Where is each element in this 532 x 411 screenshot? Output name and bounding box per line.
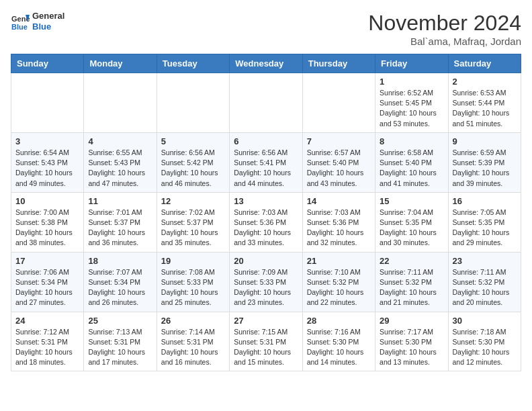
day-number: 2 bbox=[453, 77, 517, 87]
day-number: 30 bbox=[453, 316, 517, 326]
calendar-cell: 6Sunrise: 6:56 AM Sunset: 5:41 PM Daylig… bbox=[230, 132, 302, 192]
day-info: Sunrise: 6:53 AM Sunset: 5:44 PM Dayligh… bbox=[453, 88, 517, 129]
day-info: Sunrise: 7:05 AM Sunset: 5:35 PM Dayligh… bbox=[453, 208, 517, 248]
day-number: 11 bbox=[88, 196, 152, 206]
day-number: 28 bbox=[307, 316, 371, 326]
day-info: Sunrise: 7:12 AM Sunset: 5:31 PM Dayligh… bbox=[15, 327, 79, 368]
day-info: Sunrise: 7:07 AM Sunset: 5:34 PM Dayligh… bbox=[88, 267, 152, 308]
calendar-week-1: 1Sunrise: 6:52 AM Sunset: 5:45 PM Daylig… bbox=[11, 73, 521, 133]
day-number: 9 bbox=[453, 136, 517, 146]
calendar-cell: 21Sunrise: 7:10 AM Sunset: 5:32 PM Dayli… bbox=[302, 252, 375, 312]
logo: General Blue General Blue bbox=[11, 11, 64, 32]
calendar-cell: 11Sunrise: 7:01 AM Sunset: 5:37 PM Dayli… bbox=[84, 192, 157, 252]
calendar-cell: 9Sunrise: 6:59 AM Sunset: 5:39 PM Daylig… bbox=[448, 132, 521, 192]
calendar-cell: 19Sunrise: 7:08 AM Sunset: 5:33 PM Dayli… bbox=[157, 252, 229, 312]
calendar-cell: 4Sunrise: 6:55 AM Sunset: 5:43 PM Daylig… bbox=[84, 132, 157, 192]
day-number: 27 bbox=[234, 316, 298, 326]
day-number: 19 bbox=[161, 256, 225, 266]
calendar-cell bbox=[302, 73, 375, 133]
day-info: Sunrise: 7:08 AM Sunset: 5:33 PM Dayligh… bbox=[161, 267, 225, 308]
page-header: General Blue General Blue November 2024 … bbox=[11, 11, 521, 47]
calendar-cell: 24Sunrise: 7:12 AM Sunset: 5:31 PM Dayli… bbox=[11, 312, 84, 371]
calendar-cell: 10Sunrise: 7:00 AM Sunset: 5:38 PM Dayli… bbox=[11, 192, 84, 252]
day-info: Sunrise: 7:02 AM Sunset: 5:37 PM Dayligh… bbox=[161, 208, 225, 248]
calendar-cell: 30Sunrise: 7:18 AM Sunset: 5:30 PM Dayli… bbox=[448, 312, 521, 371]
day-info: Sunrise: 6:57 AM Sunset: 5:40 PM Dayligh… bbox=[307, 148, 371, 189]
calendar-cell: 7Sunrise: 6:57 AM Sunset: 5:40 PM Daylig… bbox=[302, 132, 375, 192]
weekday-header-monday: Monday bbox=[84, 54, 157, 73]
title-block: November 2024 Bal`ama, Mafraq, Jordan bbox=[368, 11, 521, 47]
day-number: 13 bbox=[234, 196, 298, 206]
day-info: Sunrise: 6:54 AM Sunset: 5:43 PM Dayligh… bbox=[15, 148, 79, 189]
calendar-cell: 26Sunrise: 7:14 AM Sunset: 5:31 PM Dayli… bbox=[157, 312, 229, 371]
day-number: 4 bbox=[88, 136, 152, 146]
calendar-cell: 16Sunrise: 7:05 AM Sunset: 5:35 PM Dayli… bbox=[448, 192, 521, 252]
day-info: Sunrise: 7:17 AM Sunset: 5:30 PM Dayligh… bbox=[380, 327, 443, 368]
day-info: Sunrise: 6:58 AM Sunset: 5:40 PM Dayligh… bbox=[380, 148, 443, 189]
day-number: 5 bbox=[161, 136, 225, 146]
calendar-cell: 23Sunrise: 7:11 AM Sunset: 5:32 PM Dayli… bbox=[448, 252, 521, 312]
calendar-cell bbox=[84, 73, 157, 133]
day-number: 17 bbox=[15, 256, 79, 266]
day-number: 26 bbox=[161, 316, 225, 326]
weekday-header-friday: Friday bbox=[375, 54, 448, 73]
day-info: Sunrise: 7:04 AM Sunset: 5:35 PM Dayligh… bbox=[380, 208, 443, 248]
day-number: 6 bbox=[234, 136, 298, 146]
calendar-cell: 25Sunrise: 7:13 AM Sunset: 5:31 PM Dayli… bbox=[84, 312, 157, 371]
weekday-header-saturday: Saturday bbox=[448, 54, 521, 73]
weekday-header-row: SundayMondayTuesdayWednesdayThursdayFrid… bbox=[11, 54, 521, 73]
day-number: 25 bbox=[88, 316, 152, 326]
day-info: Sunrise: 6:59 AM Sunset: 5:39 PM Dayligh… bbox=[453, 148, 517, 189]
day-info: Sunrise: 7:18 AM Sunset: 5:30 PM Dayligh… bbox=[453, 327, 517, 368]
day-info: Sunrise: 7:01 AM Sunset: 5:37 PM Dayligh… bbox=[88, 208, 152, 248]
calendar-cell: 12Sunrise: 7:02 AM Sunset: 5:37 PM Dayli… bbox=[157, 192, 229, 252]
day-info: Sunrise: 7:13 AM Sunset: 5:31 PM Dayligh… bbox=[88, 327, 152, 368]
calendar-cell: 8Sunrise: 6:58 AM Sunset: 5:40 PM Daylig… bbox=[375, 132, 448, 192]
calendar-cell: 22Sunrise: 7:11 AM Sunset: 5:32 PM Dayli… bbox=[375, 252, 448, 312]
day-info: Sunrise: 7:03 AM Sunset: 5:36 PM Dayligh… bbox=[307, 208, 371, 248]
calendar-cell: 18Sunrise: 7:07 AM Sunset: 5:34 PM Dayli… bbox=[84, 252, 157, 312]
day-info: Sunrise: 7:11 AM Sunset: 5:32 PM Dayligh… bbox=[453, 267, 517, 308]
calendar-cell: 28Sunrise: 7:16 AM Sunset: 5:30 PM Dayli… bbox=[302, 312, 375, 371]
calendar-cell bbox=[230, 73, 302, 133]
day-number: 8 bbox=[380, 136, 443, 146]
location: Bal`ama, Mafraq, Jordan bbox=[368, 36, 521, 47]
day-info: Sunrise: 7:16 AM Sunset: 5:30 PM Dayligh… bbox=[307, 327, 371, 368]
day-info: Sunrise: 7:11 AM Sunset: 5:32 PM Dayligh… bbox=[380, 267, 443, 308]
month-title: November 2024 bbox=[368, 11, 521, 36]
day-info: Sunrise: 7:14 AM Sunset: 5:31 PM Dayligh… bbox=[161, 327, 225, 368]
calendar-week-2: 3Sunrise: 6:54 AM Sunset: 5:43 PM Daylig… bbox=[11, 132, 521, 192]
svg-text:Blue: Blue bbox=[11, 23, 28, 31]
day-info: Sunrise: 6:56 AM Sunset: 5:41 PM Dayligh… bbox=[234, 148, 298, 189]
calendar-cell: 29Sunrise: 7:17 AM Sunset: 5:30 PM Dayli… bbox=[375, 312, 448, 371]
day-info: Sunrise: 7:06 AM Sunset: 5:34 PM Dayligh… bbox=[15, 267, 79, 308]
logo-blue-text: Blue bbox=[32, 21, 64, 32]
calendar-cell: 27Sunrise: 7:15 AM Sunset: 5:31 PM Dayli… bbox=[230, 312, 302, 371]
calendar-cell: 15Sunrise: 7:04 AM Sunset: 5:35 PM Dayli… bbox=[375, 192, 448, 252]
day-info: Sunrise: 7:15 AM Sunset: 5:31 PM Dayligh… bbox=[234, 327, 298, 368]
weekday-header-sunday: Sunday bbox=[11, 54, 84, 73]
day-info: Sunrise: 7:03 AM Sunset: 5:36 PM Dayligh… bbox=[234, 208, 298, 248]
day-info: Sunrise: 7:09 AM Sunset: 5:33 PM Dayligh… bbox=[234, 267, 298, 308]
day-number: 21 bbox=[307, 256, 371, 266]
day-number: 18 bbox=[88, 256, 152, 266]
day-number: 15 bbox=[380, 196, 443, 206]
day-number: 29 bbox=[380, 316, 443, 326]
calendar-cell: 17Sunrise: 7:06 AM Sunset: 5:34 PM Dayli… bbox=[11, 252, 84, 312]
calendar-cell: 20Sunrise: 7:09 AM Sunset: 5:33 PM Dayli… bbox=[230, 252, 302, 312]
calendar-cell: 13Sunrise: 7:03 AM Sunset: 5:36 PM Dayli… bbox=[230, 192, 302, 252]
calendar-cell: 14Sunrise: 7:03 AM Sunset: 5:36 PM Dayli… bbox=[302, 192, 375, 252]
weekday-header-thursday: Thursday bbox=[302, 54, 375, 73]
calendar-cell: 3Sunrise: 6:54 AM Sunset: 5:43 PM Daylig… bbox=[11, 132, 84, 192]
day-info: Sunrise: 6:55 AM Sunset: 5:43 PM Dayligh… bbox=[88, 148, 152, 189]
calendar-cell bbox=[157, 73, 229, 133]
day-info: Sunrise: 7:00 AM Sunset: 5:38 PM Dayligh… bbox=[15, 208, 79, 248]
day-number: 24 bbox=[15, 316, 79, 326]
calendar-week-4: 17Sunrise: 7:06 AM Sunset: 5:34 PM Dayli… bbox=[11, 252, 521, 312]
day-number: 3 bbox=[15, 136, 79, 146]
weekday-header-wednesday: Wednesday bbox=[230, 54, 302, 73]
calendar-week-5: 24Sunrise: 7:12 AM Sunset: 5:31 PM Dayli… bbox=[11, 312, 521, 371]
calendar-cell bbox=[11, 73, 84, 133]
day-number: 10 bbox=[15, 196, 79, 206]
weekday-header-tuesday: Tuesday bbox=[157, 54, 229, 73]
